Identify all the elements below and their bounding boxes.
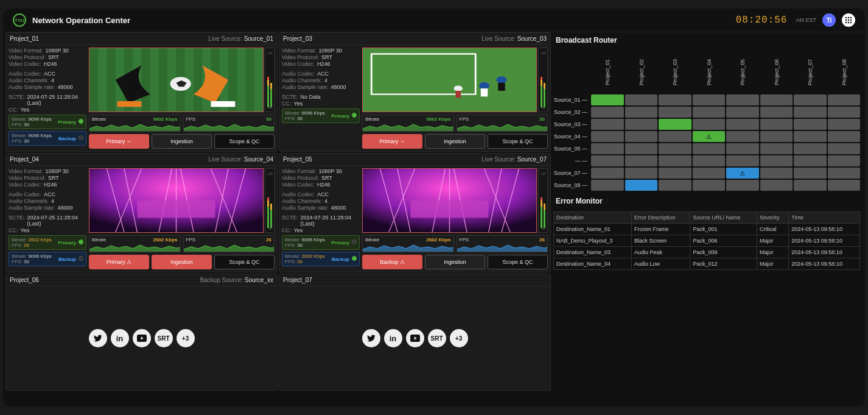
router-cell[interactable] xyxy=(659,131,691,142)
em-row[interactable]: NAB_Demo_Playout_3Black ScreenPack_006Ma… xyxy=(554,235,860,247)
stream-pill[interactable]: Bitrate: 9096 KbpsFPS: 30 Primary xyxy=(282,108,360,123)
ingestion-button[interactable]: Ingestion xyxy=(152,255,212,269)
stream-pill[interactable]: Bitrate: 2602 KbpsFPS: 26 Primary xyxy=(9,235,86,250)
video-preview[interactable]: +10 -40 xyxy=(89,48,275,112)
router-cell[interactable] xyxy=(659,107,691,118)
dest-icon[interactable] xyxy=(362,329,380,347)
dest-icon[interactable] xyxy=(89,329,107,347)
dest-icon[interactable]: SRT xyxy=(428,329,446,347)
primary-button[interactable]: Backup ⚠ xyxy=(362,255,422,269)
router-cell[interactable] xyxy=(625,131,658,142)
router-cell[interactable] xyxy=(726,143,759,154)
router-cell[interactable] xyxy=(659,143,691,154)
video-preview[interactable]: +10 -40 xyxy=(362,48,548,112)
router-cell[interactable] xyxy=(726,107,759,118)
ingestion-button[interactable]: Ingestion xyxy=(152,134,212,149)
router-cell[interactable] xyxy=(625,155,658,166)
router-cell[interactable] xyxy=(659,180,691,191)
router-cell[interactable] xyxy=(625,143,658,154)
router-cell[interactable] xyxy=(726,94,759,105)
primary-button[interactable]: Primary ↔ xyxy=(362,134,422,149)
primary-button[interactable]: Primary ⚠ xyxy=(89,255,149,269)
avatar[interactable]: Ti xyxy=(822,13,836,27)
router-cell[interactable] xyxy=(625,168,658,179)
router-cell[interactable] xyxy=(760,119,793,130)
ingestion-button[interactable]: Ingestion xyxy=(425,255,485,269)
router-cell[interactable] xyxy=(625,180,658,191)
router-cell[interactable] xyxy=(828,180,861,191)
dest-icon[interactable]: +3 xyxy=(450,329,468,347)
router-cell[interactable] xyxy=(591,143,624,154)
router-cell[interactable] xyxy=(659,155,691,166)
router-cell[interactable] xyxy=(693,155,726,166)
router-cell[interactable] xyxy=(828,131,861,142)
dest-icon[interactable]: SRT xyxy=(155,329,173,347)
router-cell[interactable] xyxy=(591,131,624,142)
router-cell[interactable] xyxy=(693,94,726,105)
stream-pill[interactable]: Bitrate: 9096 KbpsFPS: 30 Primary xyxy=(9,115,86,129)
stream-pill[interactable]: Bitrate: 2602 KbpsFPS: 26 Backup xyxy=(282,252,360,266)
router-cell[interactable] xyxy=(591,180,624,191)
router-cell[interactable] xyxy=(625,119,658,130)
router-cell[interactable] xyxy=(591,155,624,166)
router-cell[interactable] xyxy=(659,168,691,179)
primary-button[interactable]: Primary ↔ xyxy=(89,134,149,149)
apps-button[interactable] xyxy=(842,13,855,27)
stream-pill[interactable]: Bitrate: 9096 KbpsFPS: 30 Backup xyxy=(9,131,86,146)
router-cell[interactable] xyxy=(591,107,624,118)
router-cell[interactable] xyxy=(760,107,793,118)
router-cell[interactable] xyxy=(794,119,827,130)
scope-qc-button[interactable]: Scope & QC xyxy=(214,134,275,149)
router-cell[interactable] xyxy=(760,180,793,191)
router-cell[interactable] xyxy=(726,119,759,130)
dest-icon[interactable] xyxy=(406,329,424,347)
video-preview[interactable]: +10 -40 xyxy=(89,168,275,233)
stream-pill[interactable]: Bitrate: 9096 KbpsFPS: 30 Primary xyxy=(282,235,360,250)
em-row[interactable]: Destination_Name_01Frozen FramePack_001C… xyxy=(554,224,860,235)
em-row[interactable]: Destination_Name_03Audio PeakPack_009Maj… xyxy=(554,247,860,258)
router-cell[interactable] xyxy=(693,107,726,118)
router-cell[interactable] xyxy=(794,131,827,142)
router-cell[interactable] xyxy=(794,94,827,105)
router-cell[interactable] xyxy=(591,94,624,105)
router-cell[interactable] xyxy=(828,168,861,179)
em-row[interactable]: Destination_Name_04Audio LowPack_012Majo… xyxy=(554,258,860,270)
router-cell[interactable] xyxy=(794,155,827,166)
router-cell[interactable] xyxy=(760,131,793,142)
stream-pill[interactable]: Bitrate: 9096 KbpsFPS: 30 Backup xyxy=(9,252,86,266)
dest-icon[interactable]: in xyxy=(384,329,402,347)
router-cell[interactable] xyxy=(794,168,827,179)
scope-qc-button[interactable]: Scope & QC xyxy=(488,255,548,269)
router-cell[interactable] xyxy=(794,180,827,191)
scope-qc-button[interactable]: Scope & QC xyxy=(214,255,275,269)
router-cell[interactable] xyxy=(659,119,691,130)
router-cell[interactable] xyxy=(760,94,793,105)
router-cell[interactable] xyxy=(625,107,658,118)
router-cell[interactable] xyxy=(760,168,793,179)
dest-icon[interactable]: +3 xyxy=(177,329,195,347)
router-cell[interactable] xyxy=(625,94,658,105)
video-preview[interactable]: +10 -40 xyxy=(362,168,548,233)
router-cell[interactable] xyxy=(828,119,861,130)
router-cell[interactable] xyxy=(828,143,861,154)
dest-icon[interactable] xyxy=(133,329,151,347)
router-cell[interactable] xyxy=(794,107,827,118)
router-cell[interactable] xyxy=(760,143,793,154)
router-cell[interactable] xyxy=(828,94,861,105)
router-cell[interactable] xyxy=(693,131,726,142)
router-cell[interactable] xyxy=(726,180,759,191)
router-cell[interactable] xyxy=(726,155,759,166)
router-cell[interactable] xyxy=(693,168,726,179)
router-cell[interactable] xyxy=(693,119,726,130)
router-cell[interactable] xyxy=(659,94,691,105)
router-cell[interactable] xyxy=(828,107,861,118)
router-cell[interactable] xyxy=(693,143,726,154)
scope-qc-button[interactable]: Scope & QC xyxy=(488,134,548,149)
dest-icon[interactable]: in xyxy=(111,329,129,347)
router-cell[interactable] xyxy=(726,131,759,142)
router-cell[interactable] xyxy=(828,155,861,166)
ingestion-button[interactable]: Ingestion xyxy=(425,134,485,149)
router-cell[interactable] xyxy=(591,119,624,130)
router-cell[interactable] xyxy=(794,143,827,154)
router-cell[interactable] xyxy=(693,180,726,191)
